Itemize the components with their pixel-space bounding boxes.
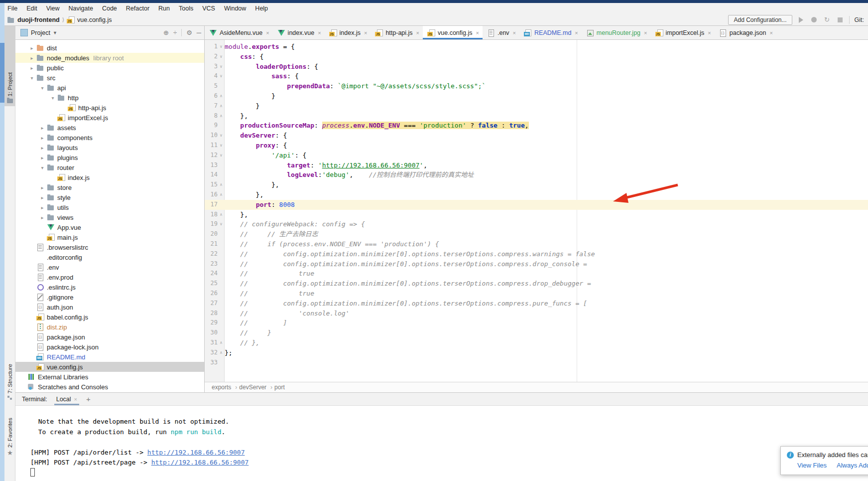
tree-item-assets[interactable]: ▸assets xyxy=(15,123,204,133)
menu-code[interactable]: Code xyxy=(98,4,122,13)
terminal-output[interactable]: Note that the development build is not o… xyxy=(15,406,868,481)
tree-item-node-modules[interactable]: ▸node_moduleslibrary root xyxy=(15,53,204,63)
code-line-10[interactable]: 10∨ devServer: { xyxy=(205,131,868,141)
settings-gear-icon[interactable]: ⚙ xyxy=(186,29,192,36)
code-line-5[interactable]: 5 prependData: `@import "~@/assets/scss/… xyxy=(205,81,868,91)
fold-expand-icon[interactable]: ∨ xyxy=(218,62,225,72)
tree-item-babel-config-js[interactable]: babel.config.js xyxy=(15,312,204,322)
menu-refactor[interactable]: Refactor xyxy=(122,4,154,13)
tree-item-package-json[interactable]: package.json xyxy=(15,332,204,342)
tab-close-icon[interactable]: × xyxy=(266,30,269,36)
tree-item-external-libraries[interactable]: External Libraries xyxy=(15,372,204,382)
code-line-32[interactable]: 32∧}; xyxy=(205,348,868,358)
project-view-dropdown-icon[interactable]: ▼ xyxy=(53,30,57,35)
menu-run[interactable]: Run xyxy=(154,4,174,13)
fold-collapse-icon[interactable]: ∧ xyxy=(218,190,225,200)
chevron-right-icon[interactable]: ▸ xyxy=(38,125,47,131)
code-line-15[interactable]: 15∧ }, xyxy=(205,180,868,190)
tab-close-icon[interactable]: × xyxy=(364,30,367,36)
code-line-11[interactable]: 11∨ proxy: { xyxy=(205,141,868,151)
code-line-9[interactable]: 9 productionSourceMap: process.env.NODE_… xyxy=(205,121,868,131)
view-files-link[interactable]: View Files xyxy=(797,462,827,469)
always-add-link[interactable]: Always Add xyxy=(837,462,868,469)
tree-item-vue-config-js[interactable]: vue.config.js xyxy=(15,362,204,372)
code-line-23[interactable]: 23 // config.optimization.minimizer[0].o… xyxy=(205,259,868,269)
chevron-right-icon[interactable]: ▸ xyxy=(38,205,47,210)
tree-item-gitignore[interactable]: .gitignore xyxy=(15,292,204,302)
menu-view[interactable]: View xyxy=(42,4,64,13)
chevron-down-icon[interactable]: ▾ xyxy=(38,165,47,170)
tree-item-eslintrc-js[interactable]: .eslintrc.js xyxy=(15,282,204,292)
breadcrumb-project[interactable]: duoji-frontend xyxy=(17,16,60,23)
code-line-24[interactable]: 24 // true xyxy=(205,269,868,279)
tab-env[interactable]: .env× xyxy=(483,26,519,39)
tab-close-icon[interactable]: × xyxy=(318,30,321,36)
chevron-right-icon[interactable]: ▸ xyxy=(27,55,36,61)
code-line-31[interactable]: 31∧ // }, xyxy=(205,338,868,348)
tab-close-icon[interactable]: × xyxy=(769,30,772,36)
tree-item-layouts[interactable]: ▸layouts xyxy=(15,143,204,153)
tree-item-src[interactable]: ▾src xyxy=(15,73,204,83)
tree-item-index-js[interactable]: index.js xyxy=(15,172,204,182)
chevron-right-icon[interactable]: ▸ xyxy=(27,45,36,51)
code-line-2[interactable]: 2∨ css: { xyxy=(205,52,868,62)
fold-expand-icon[interactable]: ∨ xyxy=(218,52,225,62)
run-icon[interactable] xyxy=(797,16,805,24)
tree-item-dist[interactable]: ▸dist xyxy=(15,43,204,53)
tab-close-icon[interactable]: × xyxy=(708,30,711,36)
terminal-tab-local[interactable]: Local × xyxy=(54,393,79,405)
structure-tool-window-button[interactable]: 7: Structure xyxy=(4,364,15,410)
chevron-right-icon[interactable]: ▸ xyxy=(27,65,36,71)
tab-vue-config-js[interactable]: vue.config.js× xyxy=(423,26,483,39)
breadcrumb-file[interactable]: vue.config.js xyxy=(77,16,112,23)
tree-item-readme-md[interactable]: README.md xyxy=(15,352,204,362)
tree-item-auth-json[interactable]: auth.json xyxy=(15,302,204,312)
tree-item-scratches-and-consoles[interactable]: Scratches and Consoles xyxy=(15,382,204,392)
tab-menurouter-jpg[interactable]: menuRouter.jpg× xyxy=(582,26,651,39)
tab-package-json[interactable]: package.json× xyxy=(715,26,776,39)
code-line-13[interactable]: 13 target: 'http://192.168.66.56:9007', xyxy=(205,160,868,170)
code-line-3[interactable]: 3∨ loaderOptions: { xyxy=(205,62,868,72)
tree-item-main-js[interactable]: main.js xyxy=(15,232,204,242)
code-editor[interactable]: 1∨module.exports = {2∨ css: {3∨ loaderOp… xyxy=(205,40,868,382)
code-line-20[interactable]: 20 // // 生产去除日志 xyxy=(205,229,868,239)
code-line-26[interactable]: 26 // true xyxy=(205,289,868,299)
chevron-right-icon[interactable]: ▸ xyxy=(38,145,47,151)
chevron-down-icon[interactable]: ▾ xyxy=(27,75,36,81)
tab-readme-md[interactable]: README.md× xyxy=(519,26,582,39)
fold-collapse-icon[interactable]: ∧ xyxy=(218,180,225,190)
code-line-17[interactable]: 17 port: 8008 xyxy=(205,200,868,210)
code-line-16[interactable]: 16∧ }, xyxy=(205,190,868,200)
tab-asidemenu-vue[interactable]: AsideMenu.vue× xyxy=(205,26,273,39)
menu-help[interactable]: Help xyxy=(250,4,272,13)
favorites-tool-window-button[interactable]: 2: Favorites ★ xyxy=(4,418,15,475)
tree-item-http[interactable]: ▾http xyxy=(15,93,204,103)
menu-file[interactable]: File xyxy=(3,4,22,13)
chevron-right-icon[interactable]: ▸ xyxy=(38,195,47,200)
code-line-4[interactable]: 4∨ sass: { xyxy=(205,71,868,81)
new-terminal-icon[interactable]: + xyxy=(86,395,91,403)
tree-item-env[interactable]: .env xyxy=(15,262,204,272)
fold-collapse-icon[interactable]: ∧ xyxy=(218,111,225,121)
tab-close-icon[interactable]: × xyxy=(416,30,419,36)
tree-item-router[interactable]: ▾router xyxy=(15,162,204,172)
fold-collapse-icon[interactable]: ∧ xyxy=(218,338,225,348)
project-panel-title[interactable]: Project xyxy=(31,29,50,36)
debug-icon[interactable] xyxy=(810,16,818,24)
code-line-27[interactable]: 27 // config.optimization.minimizer[0].o… xyxy=(205,299,868,309)
locate-file-icon[interactable]: ⊕ xyxy=(163,29,169,36)
code-line-14[interactable]: 14 logLevel:'debug', //控制台终端打印代理前的真实地址 xyxy=(205,170,868,180)
stop-icon[interactable] xyxy=(836,16,844,24)
tree-item-http-api-js[interactable]: http-api.js xyxy=(15,103,204,113)
tree-item-views[interactable]: ▸views xyxy=(15,212,204,222)
code-line-1[interactable]: 1∨module.exports = { xyxy=(205,42,868,52)
fold-expand-icon[interactable]: ∨ xyxy=(218,42,225,52)
tab-close-icon[interactable]: × xyxy=(644,30,647,36)
chevron-right-icon[interactable]: ▸ xyxy=(38,185,47,190)
tab-index-js[interactable]: index.js× xyxy=(325,26,371,39)
menu-window[interactable]: Window xyxy=(220,4,250,13)
tree-item-env-prod[interactable]: .env.prod xyxy=(15,272,204,282)
menu-edit[interactable]: Edit xyxy=(22,4,42,13)
tree-item-plugins[interactable]: ▸plugins xyxy=(15,153,204,162)
tab-close-icon[interactable]: × xyxy=(575,30,578,36)
